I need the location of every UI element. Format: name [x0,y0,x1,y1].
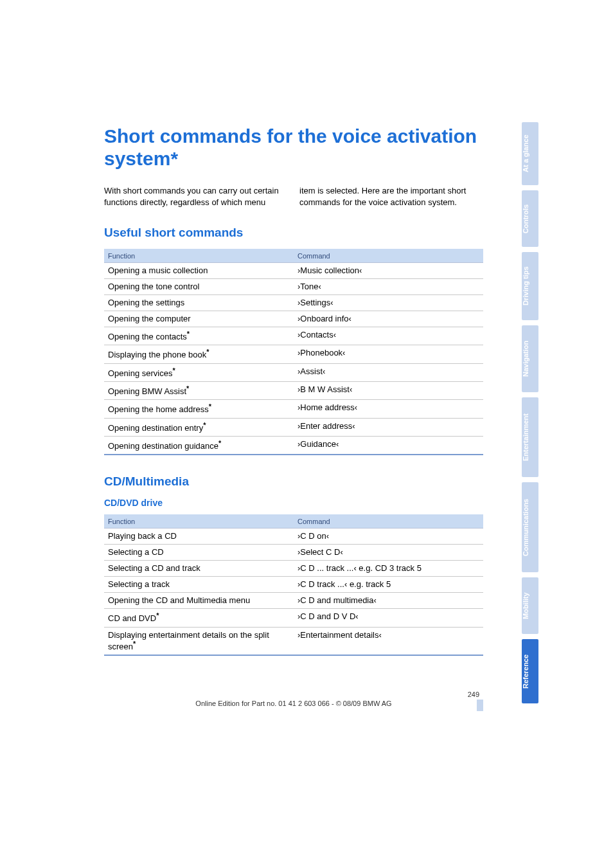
asterisk-icon: * [203,421,206,429]
intro-columns: With short commands you can carry out ce… [104,185,483,208]
intro-left: With short commands you can carry out ce… [104,185,288,208]
asterisk-icon: * [218,439,221,447]
command-cell: ›C D on‹ [294,529,483,545]
command-cell: ›Enter address‹ [294,418,483,436]
command-cell: ›Select C D‹ [294,545,483,561]
function-cell: Opening the computer [104,311,294,327]
command-cell: ›C D and D V D‹ [294,609,483,627]
command-cell: ›C D ... track ...‹ e.g. CD 3 track 5 [294,561,483,577]
asterisk-icon: * [209,402,211,410]
function-cell: Opening the settings [104,295,294,311]
table-row: Displaying the phone book*›Phonebook‹ [104,345,483,363]
function-cell: Opening the tone control [104,279,294,295]
function-cell: Opening destination guidance* [104,437,294,455]
side-tab[interactable]: Entertainment [522,397,538,477]
command-cell: ›C D and multimedia‹ [294,593,483,609]
table-row: Opening destination guidance*›Guidance‹ [104,437,483,455]
cddvd-table: Function Command Playing back a CD›C D o… [104,514,483,656]
section-heading-cdmm: CD/Multimedia [104,475,483,489]
page-title: Short commands for the voice activation … [104,125,483,170]
command-cell: ›Tone‹ [294,279,483,295]
function-cell: Playing back a CD [104,529,294,545]
command-cell: ›Contacts‹ [294,327,483,345]
footer-accent-bar [477,700,483,711]
function-cell: Selecting a track [104,577,294,593]
table-row: CD and DVD*›C D and D V D‹ [104,609,483,627]
function-cell: Opening the CD and Multimedia menu [104,593,294,609]
table-row: Opening the home address*›Home address‹ [104,400,483,418]
asterisk-icon: * [172,366,175,374]
asterisk-icon: * [133,640,136,647]
command-cell: ›Home address‹ [294,400,483,418]
function-cell: Opening the contacts* [104,327,294,345]
page-number: 249 [104,691,483,698]
col-header-command: Command [294,249,483,263]
subsection-heading-cddvd: CD/DVD drive [104,498,483,508]
useful-commands-tbody: Opening a music collection›Music collect… [104,263,483,455]
intro-right: item is selected. Here are the important… [299,185,483,208]
side-tab[interactable]: Navigation [522,325,538,392]
page-footer: 249 Online Edition for Part no. 01 41 2 … [104,691,483,707]
useful-commands-table: Function Command Opening a music collect… [104,249,483,455]
cddvd-tbody: Playing back a CD›C D on‹Selecting a CD›… [104,529,483,655]
function-cell: Displaying entertainment details on the … [104,627,294,655]
command-cell: ›B M W Assist‹ [294,382,483,400]
function-cell: Selecting a CD and track [104,561,294,577]
side-tab[interactable]: Mobility [522,577,538,634]
table-row: Opening services*›Assist‹ [104,363,483,381]
col-header-function: Function [104,514,294,529]
function-cell: Opening services* [104,363,294,381]
function-cell: Opening a music collection [104,263,294,279]
table-row: Selecting a track›C D track ...‹ e.g. tr… [104,577,483,593]
table-row: Opening the computer›Onboard info‹ [104,311,483,327]
function-cell: Opening the home address* [104,400,294,418]
table-row: Selecting a CD›Select C D‹ [104,545,483,561]
table-row: Opening the contacts*›Contacts‹ [104,327,483,345]
table-row: Displaying entertainment details on the … [104,627,483,655]
side-tab[interactable]: Reference [522,639,538,703]
command-cell: ›Assist‹ [294,363,483,381]
table-row: Opening BMW Assist*›B M W Assist‹ [104,382,483,400]
asterisk-icon: * [187,330,190,338]
asterisk-icon: * [186,384,189,392]
table-row: Opening the settings›Settings‹ [104,295,483,311]
function-cell: Displaying the phone book* [104,345,294,363]
section-heading-useful: Useful short commands [104,226,483,240]
content-area: Short commands for the voice activation … [104,125,483,675]
side-tab[interactable]: At a glance [522,122,538,185]
command-cell: ›C D track ...‹ e.g. track 5 [294,577,483,593]
table-row: Selecting a CD and track›C D ... track .… [104,561,483,577]
command-cell: ›Phonebook‹ [294,345,483,363]
command-cell: ›Onboard info‹ [294,311,483,327]
function-cell: Opening destination entry* [104,418,294,436]
command-cell: ›Guidance‹ [294,437,483,455]
page: Short commands for the voice activation … [0,0,613,868]
asterisk-icon: * [206,348,209,356]
table-row: Opening destination entry*›Enter address… [104,418,483,436]
function-cell: CD and DVD* [104,609,294,627]
command-cell: ›Music collection‹ [294,263,483,279]
function-cell: Selecting a CD [104,545,294,561]
table-row: Opening the tone control›Tone‹ [104,279,483,295]
side-tab[interactable]: Controls [522,190,538,247]
table-row: Playing back a CD›C D on‹ [104,529,483,545]
side-tab[interactable]: Driving tips [522,252,538,320]
table-row: Opening a music collection›Music collect… [104,263,483,279]
command-cell: ›Entertainment details‹ [294,627,483,655]
edition-line: Online Edition for Part no. 01 41 2 603 … [104,700,483,707]
asterisk-icon: * [156,611,159,619]
side-tab[interactable]: Communications [522,482,538,572]
table-row: Opening the CD and Multimedia menu›C D a… [104,593,483,609]
function-cell: Opening BMW Assist* [104,382,294,400]
col-header-function: Function [104,249,294,263]
col-header-command: Command [294,514,483,529]
side-tabs: At a glanceControlsDriving tipsNavigatio… [522,122,538,703]
command-cell: ›Settings‹ [294,295,483,311]
